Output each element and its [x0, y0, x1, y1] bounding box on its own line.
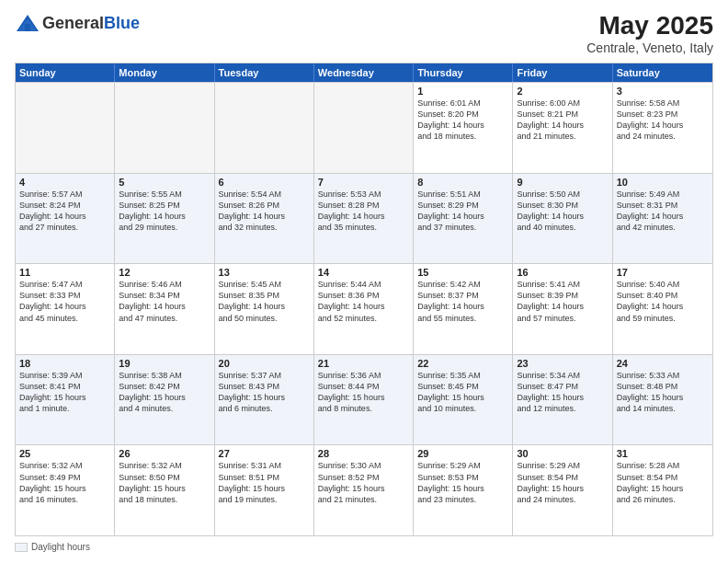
- cal-cell-day-21: 21Sunrise: 5:36 AM Sunset: 8:44 PM Dayli…: [314, 355, 414, 445]
- cal-cell-empty: [115, 83, 214, 173]
- day-number: 23: [517, 358, 608, 369]
- cell-info: Sunrise: 5:29 AM Sunset: 8:53 PM Dayligh…: [417, 460, 508, 505]
- day-number: 25: [19, 448, 110, 459]
- day-number: 12: [119, 267, 210, 278]
- cal-cell-day-26: 26Sunrise: 5:32 AM Sunset: 8:50 PM Dayli…: [115, 445, 214, 535]
- cell-info: Sunrise: 5:35 AM Sunset: 8:45 PM Dayligh…: [417, 370, 508, 415]
- day-number: 24: [617, 358, 709, 369]
- cal-cell-day-31: 31Sunrise: 5:28 AM Sunset: 8:54 PM Dayli…: [613, 445, 712, 535]
- cal-cell-day-28: 28Sunrise: 5:30 AM Sunset: 8:52 PM Dayli…: [314, 445, 414, 535]
- cell-info: Sunrise: 5:39 AM Sunset: 8:41 PM Dayligh…: [19, 370, 110, 415]
- cal-cell-empty: [16, 83, 115, 173]
- cell-info: Sunrise: 5:42 AM Sunset: 8:37 PM Dayligh…: [417, 279, 508, 324]
- cal-cell-day-25: 25Sunrise: 5:32 AM Sunset: 8:49 PM Dayli…: [16, 445, 115, 535]
- cal-cell-day-6: 6Sunrise: 5:54 AM Sunset: 8:26 PM Daylig…: [215, 174, 314, 264]
- day-number: 11: [19, 267, 110, 278]
- calendar-header: SundayMondayTuesdayWednesdayThursdayFrid…: [16, 63, 712, 82]
- cal-cell-day-23: 23Sunrise: 5:34 AM Sunset: 8:47 PM Dayli…: [513, 355, 612, 445]
- cal-cell-day-3: 3Sunrise: 5:58 AM Sunset: 8:23 PM Daylig…: [613, 83, 712, 173]
- cal-cell-day-17: 17Sunrise: 5:40 AM Sunset: 8:40 PM Dayli…: [613, 264, 712, 354]
- day-number: 28: [318, 448, 409, 459]
- cal-cell-day-30: 30Sunrise: 5:29 AM Sunset: 8:54 PM Dayli…: [513, 445, 612, 535]
- day-number: 5: [119, 177, 210, 188]
- day-number: 21: [318, 358, 409, 369]
- day-number: 15: [417, 267, 508, 278]
- day-number: 1: [417, 86, 508, 97]
- cal-cell-day-29: 29Sunrise: 5:29 AM Sunset: 8:53 PM Dayli…: [414, 445, 513, 535]
- cal-cell-day-8: 8Sunrise: 5:51 AM Sunset: 8:29 PM Daylig…: [414, 174, 513, 264]
- cell-info: Sunrise: 5:28 AM Sunset: 8:54 PM Dayligh…: [617, 460, 709, 505]
- day-number: 13: [219, 267, 310, 278]
- cal-cell-day-10: 10Sunrise: 5:49 AM Sunset: 8:31 PM Dayli…: [613, 174, 712, 264]
- cal-cell-empty: [215, 83, 314, 173]
- day-number: 8: [417, 177, 508, 188]
- day-number: 10: [617, 177, 709, 188]
- cal-cell-day-24: 24Sunrise: 5:33 AM Sunset: 8:48 PM Dayli…: [613, 355, 712, 445]
- cell-info: Sunrise: 5:57 AM Sunset: 8:24 PM Dayligh…: [19, 189, 110, 234]
- cal-cell-day-13: 13Sunrise: 5:45 AM Sunset: 8:35 PM Dayli…: [215, 264, 314, 354]
- cal-cell-day-20: 20Sunrise: 5:37 AM Sunset: 8:43 PM Dayli…: [215, 355, 314, 445]
- legend-label: Daylight hours: [31, 542, 90, 552]
- cal-row-5: 25Sunrise: 5:32 AM Sunset: 8:49 PM Dayli…: [16, 444, 712, 535]
- cal-header-sunday: Sunday: [16, 63, 115, 82]
- day-number: 14: [318, 267, 409, 278]
- cell-info: Sunrise: 5:44 AM Sunset: 8:36 PM Dayligh…: [318, 279, 409, 324]
- cell-info: Sunrise: 5:47 AM Sunset: 8:33 PM Dayligh…: [19, 279, 110, 324]
- cal-cell-day-15: 15Sunrise: 5:42 AM Sunset: 8:37 PM Dayli…: [414, 264, 513, 354]
- cal-cell-day-16: 16Sunrise: 5:41 AM Sunset: 8:39 PM Dayli…: [513, 264, 612, 354]
- day-number: 6: [219, 177, 310, 188]
- svg-rect-2: [25, 24, 30, 31]
- legend-box: [15, 543, 28, 552]
- cal-row-3: 11Sunrise: 5:47 AM Sunset: 8:33 PM Dayli…: [16, 263, 712, 354]
- cell-info: Sunrise: 5:55 AM Sunset: 8:25 PM Dayligh…: [119, 189, 210, 234]
- cal-row-1: 1Sunrise: 6:01 AM Sunset: 8:20 PM Daylig…: [16, 82, 712, 173]
- cal-cell-empty: [314, 83, 414, 173]
- cell-info: Sunrise: 5:40 AM Sunset: 8:40 PM Dayligh…: [617, 279, 709, 324]
- cal-cell-day-1: 1Sunrise: 6:01 AM Sunset: 8:20 PM Daylig…: [414, 83, 513, 173]
- day-number: 20: [219, 358, 310, 369]
- cell-info: Sunrise: 5:45 AM Sunset: 8:35 PM Dayligh…: [219, 279, 310, 324]
- day-number: 27: [219, 448, 310, 459]
- calendar: SundayMondayTuesdayWednesdayThursdayFrid…: [15, 63, 713, 536]
- header: GeneralBlue May 2025 Centrale, Veneto, I…: [15, 11, 713, 55]
- day-number: 19: [119, 358, 210, 369]
- logo: GeneralBlue: [15, 11, 140, 37]
- cell-info: Sunrise: 5:32 AM Sunset: 8:50 PM Dayligh…: [119, 460, 210, 505]
- cal-row-4: 18Sunrise: 5:39 AM Sunset: 8:41 PM Dayli…: [16, 354, 712, 445]
- month-title: May 2025: [586, 11, 713, 40]
- day-number: 30: [517, 448, 608, 459]
- cell-info: Sunrise: 5:33 AM Sunset: 8:48 PM Dayligh…: [617, 370, 709, 415]
- cell-info: Sunrise: 5:29 AM Sunset: 8:54 PM Dayligh…: [517, 460, 608, 505]
- day-number: 3: [617, 86, 709, 97]
- location-title: Centrale, Veneto, Italy: [586, 40, 713, 55]
- cell-info: Sunrise: 6:01 AM Sunset: 8:20 PM Dayligh…: [417, 98, 508, 143]
- cell-info: Sunrise: 5:32 AM Sunset: 8:49 PM Dayligh…: [19, 460, 110, 505]
- cal-cell-day-11: 11Sunrise: 5:47 AM Sunset: 8:33 PM Dayli…: [16, 264, 115, 354]
- day-number: 22: [417, 358, 508, 369]
- cal-cell-day-4: 4Sunrise: 5:57 AM Sunset: 8:24 PM Daylig…: [16, 174, 115, 264]
- logo-general-text: General: [42, 14, 104, 32]
- cell-info: Sunrise: 5:51 AM Sunset: 8:29 PM Dayligh…: [417, 189, 508, 234]
- cal-cell-day-22: 22Sunrise: 5:35 AM Sunset: 8:45 PM Dayli…: [414, 355, 513, 445]
- cell-info: Sunrise: 5:41 AM Sunset: 8:39 PM Dayligh…: [517, 279, 608, 324]
- cal-header-wednesday: Wednesday: [314, 63, 414, 82]
- day-number: 16: [517, 267, 608, 278]
- cell-info: Sunrise: 5:53 AM Sunset: 8:28 PM Dayligh…: [318, 189, 409, 234]
- day-number: 4: [19, 177, 110, 188]
- cal-cell-day-19: 19Sunrise: 5:38 AM Sunset: 8:42 PM Dayli…: [115, 355, 214, 445]
- day-number: 9: [517, 177, 608, 188]
- logo-blue-text: Blue: [104, 14, 140, 32]
- cell-info: Sunrise: 5:38 AM Sunset: 8:42 PM Dayligh…: [119, 370, 210, 415]
- cal-cell-day-9: 9Sunrise: 5:50 AM Sunset: 8:30 PM Daylig…: [513, 174, 612, 264]
- cal-cell-day-12: 12Sunrise: 5:46 AM Sunset: 8:34 PM Dayli…: [115, 264, 214, 354]
- calendar-body: 1Sunrise: 6:01 AM Sunset: 8:20 PM Daylig…: [16, 82, 712, 535]
- day-number: 31: [617, 448, 709, 459]
- cell-info: Sunrise: 5:31 AM Sunset: 8:51 PM Dayligh…: [219, 460, 310, 505]
- cell-info: Sunrise: 5:36 AM Sunset: 8:44 PM Dayligh…: [318, 370, 409, 415]
- cell-info: Sunrise: 5:49 AM Sunset: 8:31 PM Dayligh…: [617, 189, 709, 234]
- logo-icon: [15, 11, 40, 37]
- cal-cell-day-7: 7Sunrise: 5:53 AM Sunset: 8:28 PM Daylig…: [314, 174, 414, 264]
- cell-info: Sunrise: 5:30 AM Sunset: 8:52 PM Dayligh…: [318, 460, 409, 505]
- cell-info: Sunrise: 5:37 AM Sunset: 8:43 PM Dayligh…: [219, 370, 310, 415]
- cal-cell-day-5: 5Sunrise: 5:55 AM Sunset: 8:25 PM Daylig…: [115, 174, 214, 264]
